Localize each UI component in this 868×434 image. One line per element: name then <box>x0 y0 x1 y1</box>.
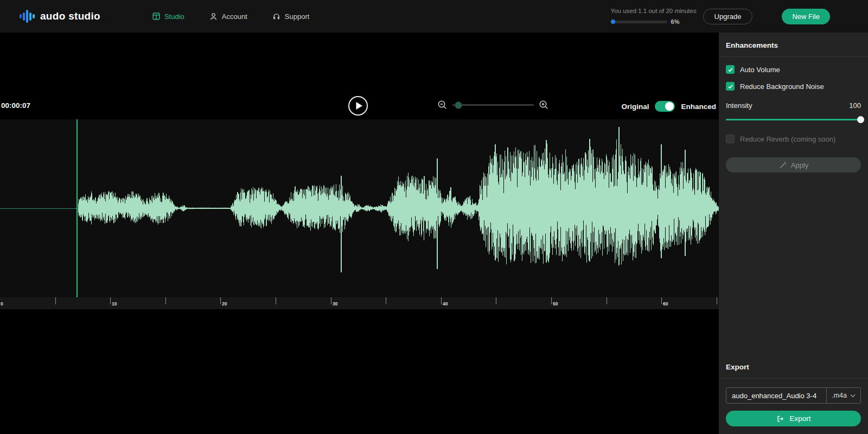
app-window: audo studio Studio Account <box>0 0 868 434</box>
export-filename-row: .m4a <box>726 387 861 404</box>
zoom-slider[interactable] <box>452 104 534 106</box>
ruler-tick <box>331 297 331 304</box>
main-nav: Studio Account Support <box>152 12 309 21</box>
zoom-control <box>437 100 549 110</box>
ruler-tick <box>220 297 221 304</box>
export-format-value: .m4a <box>832 392 847 399</box>
support-headset-icon <box>272 12 280 21</box>
ruler-tick-label: 30 <box>333 301 337 307</box>
play-button[interactable] <box>348 95 368 116</box>
chevron-down-icon <box>850 394 856 398</box>
divider <box>719 56 868 57</box>
checkbox-unchecked-icon <box>726 135 735 143</box>
waveform-track <box>0 119 719 297</box>
usage-percent: 6% <box>671 18 680 25</box>
toggle-enhanced-label: Enhanced <box>681 103 716 111</box>
usage-text: You used 1.1 out of 20 minutes <box>611 8 697 14</box>
usage-meter: You used 1.1 out of 20 minutes 6% <box>611 8 682 25</box>
ruler-tick-label: 20 <box>222 301 227 307</box>
playback-timestamp: 00:00:07 <box>1 101 30 110</box>
nav-account-label: Account <box>222 12 247 21</box>
switch-knob <box>665 102 674 111</box>
option-reduce-reverb-label: Reduce Reverb (coming soon) <box>740 135 835 143</box>
enhanced-switch[interactable] <box>655 101 675 112</box>
nav-account[interactable]: Account <box>209 12 247 21</box>
ruler-tick-label: 0 <box>1 301 3 307</box>
zoom-out-icon[interactable] <box>437 100 448 110</box>
option-auto-volume[interactable]: Auto Volume <box>726 65 861 74</box>
upgrade-button[interactable]: Upgrade <box>703 9 753 24</box>
option-reduce-noise-label: Reduce Background Noise <box>740 82 824 91</box>
new-file-button[interactable]: New File <box>782 9 830 24</box>
option-auto-volume-label: Auto Volume <box>740 66 780 74</box>
usage-progress-fill <box>611 20 615 24</box>
export-button-label: Export <box>789 414 810 423</box>
ruler-tick <box>441 297 442 304</box>
play-icon <box>356 102 363 110</box>
ruler-tick <box>386 297 386 304</box>
ruler-tick <box>496 297 496 304</box>
ruler-tick <box>110 297 111 304</box>
nav-support[interactable]: Support <box>272 12 310 21</box>
intensity-slider-handle[interactable] <box>857 116 864 123</box>
usage-progressbar <box>611 21 667 23</box>
ruler-tick-label: 10 <box>112 301 117 307</box>
intensity-control: Intensity 100 <box>726 101 861 120</box>
export-format-select[interactable]: .m4a <box>826 388 860 403</box>
checkbox-checked-icon[interactable] <box>726 82 735 91</box>
nav-support-label: Support <box>285 12 310 21</box>
intensity-slider[interactable] <box>726 119 861 120</box>
zoom-in-icon[interactable] <box>539 100 549 110</box>
apply-button-label: Apply <box>791 161 809 169</box>
option-reduce-noise[interactable]: Reduce Background Noise <box>726 82 861 91</box>
nav-studio-label: Studio <box>164 12 184 21</box>
logo[interactable]: audo studio <box>20 9 100 23</box>
apply-button[interactable]: Apply <box>726 157 861 173</box>
ruler-tick <box>165 297 166 304</box>
editor-area: 00:00:07 Original <box>0 33 719 434</box>
ruler-tick <box>661 297 662 304</box>
ruler-tick-label: 40 <box>443 301 448 307</box>
app-title: audo studio <box>40 10 100 22</box>
ruler-tick <box>717 297 717 304</box>
toggle-original-label: Original <box>621 103 649 111</box>
intensity-value: 100 <box>849 101 861 110</box>
ruler-tick <box>276 297 276 304</box>
export-filename-input[interactable] <box>726 388 826 403</box>
studio-grid-icon <box>152 12 160 20</box>
playhead[interactable] <box>76 119 78 304</box>
ruler-tick <box>551 297 552 304</box>
timeline-ruler[interactable]: 0102030405060 <box>0 297 719 309</box>
option-reduce-reverb: Reduce Reverb (coming soon) <box>726 135 861 143</box>
enhancements-title: Enhancements <box>719 33 868 56</box>
checkbox-checked-icon[interactable] <box>726 65 735 74</box>
logo-waveform-icon <box>20 9 35 23</box>
original-enhanced-toggle: Original Enhanced <box>621 101 716 112</box>
export-button[interactable]: Export <box>726 411 861 426</box>
sidebar: Enhancements Auto Volume Reduce Backgrou… <box>719 33 868 434</box>
magic-wand-icon <box>778 161 787 169</box>
ruler-tick <box>607 297 607 304</box>
top-bar: audo studio Studio Account <box>0 0 868 33</box>
waveform-canvas[interactable] <box>0 119 719 297</box>
ruler-tick <box>55 297 56 304</box>
nav-studio[interactable]: Studio <box>152 12 184 21</box>
export-title: Export <box>719 354 868 378</box>
account-person-icon <box>209 12 218 21</box>
export-icon <box>776 414 784 423</box>
intensity-slider-fill <box>726 119 861 120</box>
ruler-tick-label: 60 <box>663 301 668 307</box>
ruler-tick-label: 50 <box>553 301 558 307</box>
divider <box>719 378 868 379</box>
zoom-slider-handle[interactable] <box>455 101 462 109</box>
intensity-label: Intensity <box>726 101 752 110</box>
